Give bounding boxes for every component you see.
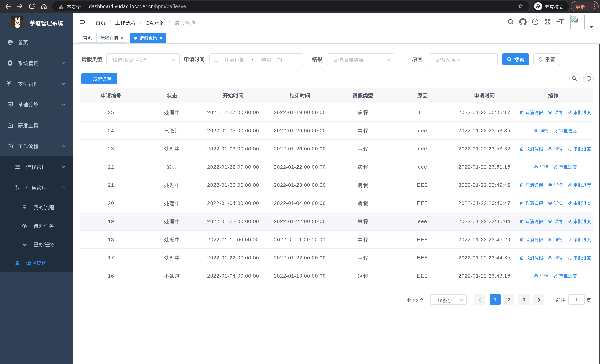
svg-text:?: ?	[534, 20, 536, 24]
